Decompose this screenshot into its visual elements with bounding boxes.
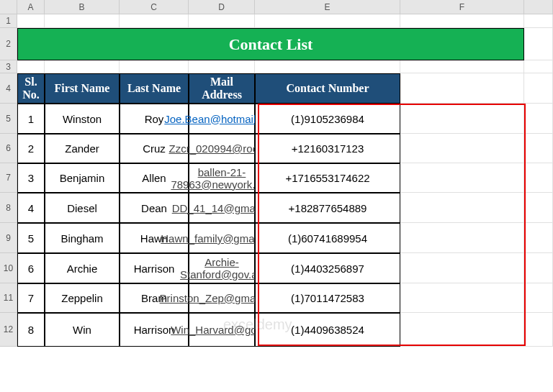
cell-blank[interactable] [400, 60, 524, 73]
cell-mail[interactable]: Zzcr_020994@rock.la [189, 134, 255, 163]
col-header-blank[interactable] [524, 0, 553, 14]
corner-cell [0, 0, 17, 14]
cell-contact[interactable]: +12160317123 [255, 134, 400, 163]
mail-link[interactable]: Archie-Stanford@gov.au [180, 256, 264, 281]
cell-first[interactable]: Winston [45, 104, 120, 134]
cell-mail[interactable]: Joe.Bean@hotmail.com [189, 104, 255, 134]
cell-first[interactable]: Benjamin [45, 163, 120, 193]
cell-first[interactable]: Zeppelin [45, 283, 120, 313]
col-header-F[interactable]: F [400, 0, 524, 14]
cell-blank[interactable] [400, 134, 524, 163]
cell-mail[interactable]: Prinston_Zep@gmail.com [189, 283, 255, 313]
cell-blank[interactable] [400, 313, 524, 347]
cell-blank[interactable] [524, 283, 553, 313]
row-header-8[interactable]: 8 [0, 193, 17, 223]
header-sl: Sl. No. [17, 73, 45, 104]
cell-blank[interactable] [400, 104, 524, 134]
cell-blank[interactable] [255, 60, 400, 73]
row-header-1[interactable]: 1 [0, 14, 17, 28]
cell-blank[interactable] [400, 163, 524, 193]
cell-mail[interactable]: Hawn_family@gmail.com [189, 223, 255, 253]
cell-blank[interactable] [524, 28, 553, 60]
cell-blank[interactable] [400, 14, 524, 28]
cell-blank[interactable] [524, 163, 553, 193]
cell-sl[interactable]: 1 [17, 104, 45, 134]
cell-mail[interactable]: ballen-21-78963@newyork.gov [189, 163, 255, 193]
col-header-C[interactable]: C [120, 0, 189, 14]
cell-blank[interactable] [400, 283, 524, 313]
cell-blank[interactable] [189, 14, 255, 28]
header-last: Last Name [120, 73, 189, 104]
cell-sl[interactable]: 8 [17, 313, 45, 347]
cell-contact[interactable]: (1)4403256897 [255, 253, 400, 283]
col-header-A[interactable]: A [17, 0, 45, 14]
row-header-6[interactable]: 6 [0, 134, 17, 163]
header-mail: Mail Address [189, 73, 255, 104]
cell-blank[interactable] [400, 223, 524, 253]
cell-blank[interactable] [45, 60, 120, 73]
cell-blank[interactable] [524, 313, 553, 347]
cell-last[interactable]: Harrison [120, 253, 189, 283]
cell-blank[interactable] [524, 223, 553, 253]
cell-contact[interactable]: +182877654889 [255, 193, 400, 223]
col-header-E[interactable]: E [255, 0, 400, 14]
cell-blank[interactable] [400, 193, 524, 223]
row-header-3[interactable]: 3 [0, 60, 17, 73]
row-header-10[interactable]: 10 [0, 253, 17, 283]
row-header-9[interactable]: 9 [0, 223, 17, 253]
row-header-12[interactable]: 12 [0, 313, 17, 347]
cell-blank[interactable] [400, 253, 524, 283]
cell-sl[interactable]: 7 [17, 283, 45, 313]
cell-contact[interactable]: (1)7011472583 [255, 283, 400, 313]
spreadsheet-grid: ABCDEF12Contact List34Sl. No.First NameL… [0, 0, 553, 347]
cell-blank[interactable] [120, 14, 189, 28]
title-bar: Contact List [17, 28, 524, 60]
cell-blank[interactable] [524, 134, 553, 163]
cell-blank[interactable] [524, 193, 553, 223]
cell-first[interactable]: Zander [45, 134, 120, 163]
cell-first[interactable]: Archie [45, 253, 120, 283]
cell-blank[interactable] [524, 253, 553, 283]
cell-blank[interactable] [17, 14, 45, 28]
cell-contact[interactable]: (1)4409638524 [255, 313, 400, 347]
header-first: First Name [45, 73, 120, 104]
cell-contact[interactable]: (1)9105236984 [255, 104, 400, 134]
cell-contact[interactable]: +1716553174622 [255, 163, 400, 193]
cell-blank[interactable] [524, 14, 553, 28]
row-header-2[interactable]: 2 [0, 28, 17, 60]
cell-first[interactable]: Bingham [45, 223, 120, 253]
row-header-7[interactable]: 7 [0, 163, 17, 193]
cell-blank[interactable] [400, 73, 524, 104]
cell-contact[interactable]: (1)60741689954 [255, 223, 400, 253]
col-header-B[interactable]: B [45, 0, 120, 14]
header-contact: Contact Number [255, 73, 400, 104]
cell-blank[interactable] [255, 14, 400, 28]
cell-mail[interactable]: Win_Harvard@gov.in [189, 313, 255, 347]
cell-first[interactable]: Win [45, 313, 120, 347]
cell-blank[interactable] [45, 14, 120, 28]
cell-sl[interactable]: 2 [17, 134, 45, 163]
cell-mail[interactable]: Archie-Stanford@gov.au [189, 253, 255, 283]
cell-sl[interactable]: 3 [17, 163, 45, 193]
cell-blank[interactable] [189, 60, 255, 73]
cell-mail[interactable]: DD_41_14@gmail.in [189, 193, 255, 223]
row-header-4[interactable]: 4 [0, 73, 17, 104]
row-header-5[interactable]: 5 [0, 104, 17, 134]
cell-sl[interactable]: 5 [17, 223, 45, 253]
row-header-11[interactable]: 11 [0, 283, 17, 313]
cell-blank[interactable] [524, 73, 553, 104]
cell-blank[interactable] [120, 60, 189, 73]
cell-blank[interactable] [524, 60, 553, 73]
cell-blank[interactable] [524, 104, 553, 134]
cell-sl[interactable]: 6 [17, 253, 45, 283]
cell-sl[interactable]: 4 [17, 193, 45, 223]
cell-first[interactable]: Diesel [45, 193, 120, 223]
cell-blank[interactable] [17, 60, 45, 73]
col-header-D[interactable]: D [189, 0, 255, 14]
